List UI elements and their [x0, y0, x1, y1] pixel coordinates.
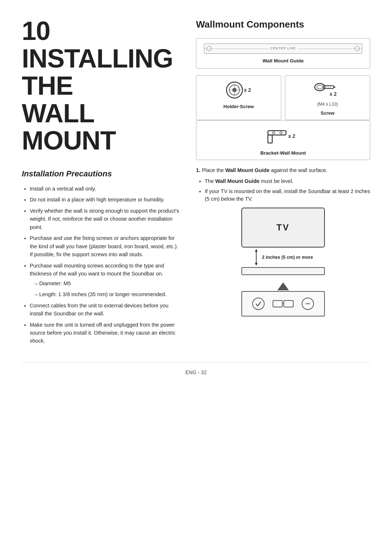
screw-label: Screw	[320, 110, 334, 117]
step-1-bold1: Wall Mount Guide	[225, 167, 270, 173]
footer: ENG - 32	[22, 363, 370, 376]
svg-point-18	[280, 132, 282, 134]
soundbar-triangle	[277, 282, 289, 290]
precaution-3: Verify whether the wall is strong enough…	[30, 207, 181, 231]
tv-label: TV	[277, 221, 290, 234]
svg-rect-25	[284, 301, 293, 307]
svg-point-17	[273, 132, 275, 134]
step-1-before: Place the	[202, 167, 225, 173]
chapter-title-line1: INSTALLING THE	[22, 44, 173, 101]
soundbar-diagram	[241, 282, 325, 316]
step-1-number: 1.	[196, 167, 200, 173]
soundbar-main-box	[241, 291, 325, 316]
footer-text: ENG - 32	[185, 369, 207, 375]
soundbar-center-icon	[272, 298, 294, 310]
bracket-icon: x 2	[265, 126, 301, 148]
step-1-sub-1: The Wall Mount Guide must be level.	[205, 177, 370, 185]
svg-text:x 2: x 2	[330, 91, 337, 97]
holder-screw-icon: x 2	[224, 80, 253, 101]
svg-marker-22	[255, 263, 258, 266]
precaution-4: Purchase and use the fixing screws or an…	[30, 234, 181, 258]
svg-text:x 2: x 2	[288, 133, 295, 139]
bracket-wall-mount-box: x 2 Bracket-Wall Mount	[196, 120, 370, 160]
wall-mount-guide-strip: CENTER LINE	[204, 44, 362, 54]
svg-marker-13	[334, 86, 336, 88]
holder-screw-cell: x 2 Holder-Screw	[196, 75, 281, 120]
screw-spec: (M4 x L10)	[317, 101, 338, 107]
distance-label: 2 inches (5 cm) or more	[262, 254, 313, 261]
center-line-label: CENTER LINE	[269, 46, 298, 51]
wall-mount-guide-bold: Wall Mount Guide	[215, 178, 260, 184]
precaution-7: Make sure the unit is turned off and unp…	[30, 321, 181, 345]
svg-text:x 2: x 2	[244, 87, 251, 93]
tv-diagram: TV 2 inches (5 cm) or more	[196, 208, 370, 316]
svg-point-23	[253, 298, 264, 310]
wall-mount-guide-box: CENTER LINE Wall Mount Guide	[196, 38, 370, 69]
screw-diameter: Diameter: M5	[35, 279, 181, 287]
screw-icon: x 2	[313, 80, 342, 101]
chapter-title-line2: WALL MOUNT	[22, 99, 116, 155]
soundbar-left-icon	[252, 297, 265, 311]
chapter-title: 10 INSTALLING THE WALL MOUNT	[22, 17, 181, 155]
precaution-5: Purchase wall mounting screws according …	[30, 262, 181, 299]
right-column: Wallmount Components CENTER LINE Wall Mo…	[196, 17, 370, 316]
page-wrapper: 10 INSTALLING THE WALL MOUNT Installatio…	[22, 17, 370, 376]
step-1-after: against the wall surface.	[270, 167, 328, 173]
holder-screw-svg: x 2	[224, 80, 253, 101]
svg-rect-24	[273, 301, 282, 307]
screw-length: Length: 1 3/8 inches (35 mm) or longer r…	[35, 290, 181, 298]
soundbar-strip	[241, 267, 325, 275]
step-1-text: 1. Place the Wall Mount Guide against th…	[196, 167, 370, 175]
wall-mount-guide-label: Wall Mount Guide	[262, 57, 303, 65]
soundbar-right-icon	[301, 297, 315, 311]
holder-screw-row: x 2 Holder-Screw	[196, 75, 370, 120]
distance-arrow	[253, 249, 259, 266]
chapter-number: 10	[22, 16, 50, 45]
holder-screw-label: Holder-Screw	[224, 103, 254, 110]
bracket-svg: x 2	[265, 126, 301, 148]
precautions-list: Install on a vertical wall only. Do not …	[22, 185, 181, 345]
screw-sub-list: Diameter: M5 Length: 1 3/8 inches (35 mm…	[30, 279, 181, 299]
precaution-2: Do not install in a place with high temp…	[30, 196, 181, 204]
svg-rect-15	[268, 131, 286, 135]
precaution-1: Install on a vertical wall only.	[30, 185, 181, 193]
screw-svg: x 2	[313, 80, 342, 101]
tv-box: TV	[241, 208, 325, 248]
svg-marker-21	[255, 249, 258, 252]
precaution-6: Connect cables from the unit to external…	[30, 302, 181, 318]
step-1-section: 1. Place the Wall Mount Guide against th…	[196, 167, 370, 316]
page-layout: 10 INSTALLING THE WALL MOUNT Installatio…	[22, 17, 370, 348]
installation-precautions-heading: Installation Precautions	[22, 168, 181, 180]
wallmount-components-heading: Wallmount Components	[196, 17, 370, 32]
distance-arrow-space: 2 inches (5 cm) or more	[253, 249, 313, 266]
step-1-sub-2: If your TV is mounted on the wall, insta…	[205, 188, 370, 204]
svg-rect-16	[268, 135, 272, 143]
left-column: 10 INSTALLING THE WALL MOUNT Installatio…	[22, 17, 181, 348]
screw-cell: x 2 (M4 x L10) Screw	[285, 75, 370, 120]
arrow-svg	[253, 249, 259, 266]
bracket-wall-mount-label: Bracket-Wall Mount	[260, 150, 306, 157]
svg-point-7	[317, 85, 323, 89]
step-1-sub-list: The Wall Mount Guide must be level. If y…	[196, 177, 370, 203]
